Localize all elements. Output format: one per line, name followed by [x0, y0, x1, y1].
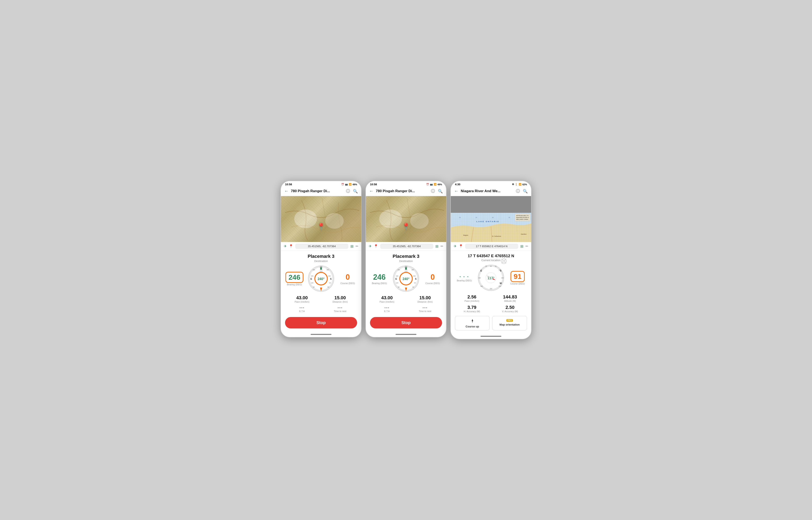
- svg-text:60: 60: [413, 286, 414, 288]
- course-up-icon: [457, 318, 488, 324]
- course-up-button[interactable]: Course up: [455, 316, 490, 330]
- alarm-icon-2: ⏰: [426, 183, 429, 186]
- map-roads-2: [366, 196, 446, 241]
- svg-text:150: 150: [501, 277, 504, 279]
- stat-pace-1: 43.00 Pace (min/km): [285, 294, 319, 304]
- svg-point-23: [410, 213, 429, 229]
- stat-dist-2: 15.00 Distance: (Km): [408, 294, 442, 304]
- svg-text:E: E: [395, 278, 397, 280]
- nautical-chart: 28 24 26 30 LAKE ONTARIO Niagara St. Cat…: [451, 213, 531, 242]
- stat-hacc-value-3: 3.79: [455, 305, 489, 310]
- battery-1: 49%: [353, 183, 357, 186]
- svg-text:Hamilton: Hamilton: [521, 233, 527, 235]
- coord-value-1: 35.451565, -82.707364: [295, 244, 348, 249]
- bottom-bar-2: [366, 332, 446, 337]
- photo-icon-2: 📷: [430, 183, 433, 186]
- stop-button-1[interactable]: Stop: [285, 317, 357, 329]
- svg-text:240: 240: [490, 288, 492, 289]
- search-icon-2[interactable]: 🔍: [438, 189, 443, 193]
- map-pin-2: 📍: [402, 223, 410, 231]
- phone-1: 10:58 ⏰ 📷 📶 49% ← 780 Pisgah Ranger Di..…: [280, 181, 362, 337]
- svg-text:150: 150: [396, 275, 398, 277]
- map-roads-1: [281, 196, 361, 241]
- svg-text:Niagara: Niagara: [463, 234, 468, 236]
- svg-text:330: 330: [478, 277, 481, 279]
- svg-text:270: 270: [404, 270, 408, 272]
- svg-rect-44: [451, 213, 531, 232]
- search-icon-3[interactable]: 🔍: [523, 189, 528, 193]
- edit-icon-3[interactable]: ✏: [526, 244, 528, 248]
- info-icon-3[interactable]: ⓘ: [516, 188, 520, 194]
- svg-text:60: 60: [490, 265, 492, 267]
- map-orientation-button[interactable]: PRO Map orientation: [492, 316, 527, 330]
- svg-text:W: W: [500, 282, 502, 285]
- map-2[interactable]: 📍: [366, 196, 446, 242]
- map-1[interactable]: 📍: [281, 196, 361, 242]
- topo-map-1: 📍: [281, 196, 361, 242]
- content-3: 17 T 643547 E 4765512 N Current location…: [451, 251, 531, 334]
- svg-text:90: 90: [313, 286, 315, 288]
- placemark-name-1: Placemark 3: [285, 254, 357, 259]
- map-3[interactable]: 28 24 26 30 LAKE ONTARIO Niagara St. Cat…: [451, 196, 531, 242]
- header-1: ← 780 Pisgah Ranger Di... ⓘ 🔍: [281, 187, 361, 196]
- svg-text:330: 330: [413, 275, 416, 277]
- stats-grid-3: 2.56 Pace (min/km) 144.83 Altitude (M) 3…: [455, 293, 527, 313]
- svg-text:26: 26: [492, 217, 494, 218]
- coord-value-3: 17 T 655962 E 4764014 N: [465, 244, 518, 249]
- status-bar-1: 10:58 ⏰ 📷 📶 49%: [281, 181, 361, 187]
- svg-text:300: 300: [480, 286, 483, 287]
- placemark-name-2: Placemark 3: [370, 254, 442, 259]
- svg-text:300: 300: [327, 269, 329, 270]
- title-1: 780 Pisgah Ranger Di...: [291, 189, 343, 193]
- location-icon-2: 📍: [374, 244, 378, 249]
- phones-container: 10:58 ⏰ 📷 📶 49% ← 780 Pisgah Ranger Di..…: [280, 181, 532, 339]
- home-indicator-2: [396, 334, 416, 335]
- edit-icon-2[interactable]: ✏: [441, 244, 443, 248]
- info-icon-1[interactable]: ⓘ: [346, 188, 350, 194]
- svg-text:24: 24: [476, 217, 477, 218]
- svg-text:0: 0: [481, 269, 482, 271]
- stop-button-2[interactable]: Stop: [370, 317, 442, 329]
- compass-1: W S E 270 210 300 330 180 150 120 90 60 …: [308, 265, 335, 292]
- back-button-1[interactable]: ←: [284, 188, 289, 194]
- layers-icon-1[interactable]: ⊞: [351, 244, 354, 249]
- pro-badge: PRO: [506, 319, 513, 322]
- back-button-2[interactable]: ←: [369, 188, 374, 194]
- stat-pace-label-1: Pace (min/km): [285, 301, 319, 303]
- stat-alt-value-3: 144.83: [493, 294, 527, 300]
- search-icon-1[interactable]: 🔍: [353, 189, 358, 193]
- stat-vacc-label-3: V. Accuracy (M): [493, 310, 527, 313]
- stat-hacc-3: 3.79 H. Accuracy (M): [455, 304, 489, 313]
- course-value-2: 0: [430, 273, 435, 282]
- svg-text:180: 180: [397, 269, 400, 270]
- back-button-3[interactable]: ←: [454, 188, 459, 194]
- coord-bar-3: ✈ 📍 17 T 655962 E 4764014 N ⊞ ✏: [451, 242, 531, 251]
- content-2: Placemark 3 Destination 246 Bearing (DEG…: [366, 251, 446, 332]
- compass-3: S W E 60 240 330 150 0 300 120 210 30 90: [477, 264, 504, 291]
- compass-svg-3: S W E 60 240 330 150 0 300 120 210 30 90: [477, 264, 504, 291]
- time-2: 10:58: [370, 183, 377, 186]
- svg-text:St. Catharines: St. Catharines: [492, 235, 501, 237]
- satellite-icon: [501, 258, 507, 265]
- battery-3: 62%: [523, 183, 527, 186]
- layers-icon-2[interactable]: ⊞: [436, 244, 439, 249]
- stat-vacc-value-3: 2.50: [493, 305, 527, 310]
- title-3: Niagara River And We...: [461, 189, 513, 193]
- edit-icon-1[interactable]: ✏: [356, 244, 358, 248]
- coord-bar-2: ✈ 📍 35.451565, -82.707364 ⊞ ✏: [366, 242, 446, 251]
- bottom-bar-1: [281, 332, 361, 337]
- utm-coords-3: 17 T 643547 E 4765512 N: [455, 254, 527, 258]
- stat-pace-value-1: 43.00: [285, 295, 319, 301]
- layers-icon-3[interactable]: ⊞: [520, 244, 524, 249]
- compass-row-1: 246 Bearing (DEG) W S E 27: [285, 265, 357, 292]
- stat-eta-label-2: E.T.A: [370, 310, 404, 312]
- time-1: 10:58: [285, 183, 292, 186]
- bearing-label-1: Bearing (DEG): [287, 283, 302, 286]
- svg-text:LAKE  ONTARIO: LAKE ONTARIO: [476, 220, 499, 223]
- location-icon-3: 📍: [459, 244, 463, 249]
- bearing-label-3: Bearing (DEG): [457, 279, 472, 282]
- info-icon-2[interactable]: ⓘ: [431, 188, 435, 194]
- home-indicator-3: [480, 336, 501, 337]
- bottom-buttons-3: Course up PRO Map orientation: [455, 316, 527, 330]
- home-indicator-1: [311, 334, 332, 335]
